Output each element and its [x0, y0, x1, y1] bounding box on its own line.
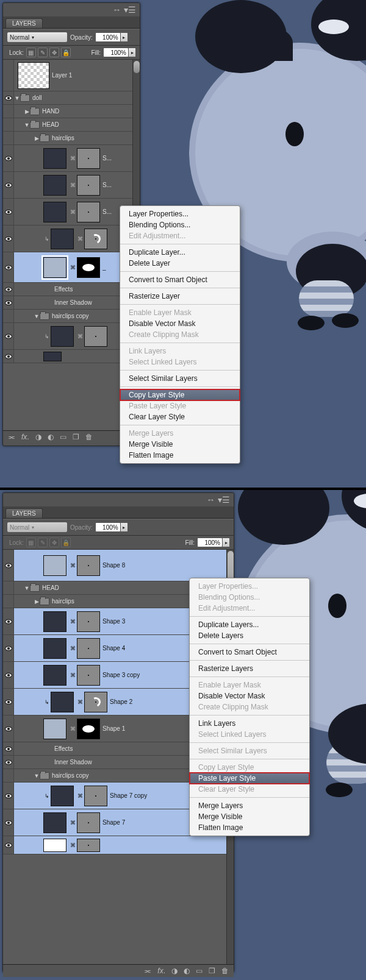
layer-thumb[interactable]	[51, 692, 74, 712]
visibility-toggle[interactable]	[3, 252, 14, 282]
layer-name[interactable]: Layer 1	[52, 72, 72, 79]
layer-name[interactable]: HEAD	[42, 121, 59, 128]
layer-name[interactable]: HAND	[42, 108, 59, 115]
visibility-toggle[interactable]	[3, 172, 14, 198]
mask-thumb[interactable]	[77, 719, 100, 739]
layer-thumb[interactable]	[51, 786, 74, 806]
menu-item-convert-smart[interactable]: Convert to Smart Object	[190, 647, 309, 658]
layer-name[interactable]: Shape 2	[110, 698, 132, 705]
visibility-toggle[interactable]	[3, 635, 14, 661]
link-layers-icon[interactable]: ⫘	[144, 967, 151, 975]
menu-item-merge-layers[interactable]: Merge Layers	[190, 800, 309, 811]
collapse-icon[interactable]: ↔	[207, 495, 215, 505]
mask-thumb[interactable]	[84, 692, 107, 712]
mask-thumb[interactable]	[77, 812, 100, 833]
mask-thumb[interactable]	[77, 175, 100, 196]
layer-name[interactable]: Shape 8	[102, 562, 125, 569]
menu-item-clear-layer-style[interactable]: Clear Layer Style	[120, 411, 240, 422]
menu-item-duplicate-layers[interactable]: Duplicate Layers...	[190, 619, 309, 630]
menu-item-delete-layers[interactable]: Delete Layers	[190, 630, 309, 641]
group-row-hairclips[interactable]: ▶ hairclips	[3, 132, 140, 145]
visibility-toggle[interactable]	[3, 283, 14, 296]
layer-name[interactable]: S...	[102, 155, 112, 162]
layer-thumb[interactable]	[43, 555, 66, 576]
layer-row[interactable]: ⌘ S...	[3, 172, 140, 199]
delete-icon[interactable]: 🗑	[221, 967, 229, 975]
visibility-toggle[interactable]	[3, 756, 14, 769]
mask-thumb[interactable]	[77, 638, 100, 659]
adjustment-icon[interactable]: ◐	[184, 967, 190, 975]
effect-name[interactable]: Inner Shadow	[54, 299, 92, 306]
layer-row-selected[interactable]: ⌘	[3, 836, 234, 854]
visibility-toggle[interactable]	[3, 145, 14, 171]
visibility-toggle[interactable]	[3, 689, 14, 715]
adjustment-icon[interactable]: ◐	[48, 433, 54, 441]
menu-item-blending-options[interactable]: Blending Options...	[120, 219, 240, 230]
group-row-doll[interactable]: ▼ doll	[3, 91, 140, 105]
lock-pixels-icon[interactable]: ✎	[38, 48, 48, 57]
layer-thumb[interactable]	[43, 665, 66, 686]
layer-name[interactable]: _	[102, 264, 106, 271]
layer-name[interactable]: Shape 7 copy	[110, 792, 147, 799]
layer-row[interactable]: Layer 1	[3, 60, 140, 91]
disclosure-icon[interactable]: ▼	[34, 313, 40, 319]
visibility-toggle[interactable]	[3, 595, 14, 608]
menu-item-select-similar[interactable]: Select Similar Layers	[120, 373, 240, 384]
visibility-toggle[interactable]	[3, 296, 14, 309]
mask-thumb[interactable]	[77, 202, 100, 222]
mask-icon[interactable]: ◑	[35, 433, 41, 441]
menu-item-delete-layer[interactable]: Delete Layer	[120, 258, 240, 269]
layers-tab[interactable]: LAYERS	[5, 508, 43, 518]
layer-name[interactable]: S...	[102, 182, 112, 188]
layer-thumb[interactable]	[43, 148, 66, 169]
mask-thumb[interactable]	[77, 257, 100, 278]
visibility-toggle[interactable]	[3, 809, 14, 836]
visibility-toggle[interactable]	[3, 581, 14, 594]
link-layers-icon[interactable]: ⫘	[8, 433, 15, 441]
visibility-toggle[interactable]	[3, 91, 14, 104]
opacity-input[interactable]: 100%	[95, 32, 121, 42]
layer-thumb[interactable]	[43, 839, 66, 852]
layer-name[interactable]: Shape 1	[102, 725, 125, 732]
menu-item-merge-visible[interactable]: Merge Visible	[120, 439, 240, 450]
visibility-toggle[interactable]	[3, 742, 14, 755]
menu-item-rasterize-layers[interactable]: Rasterize Layers	[190, 663, 309, 674]
menu-item-paste-layer-style[interactable]: Paste Layer Style	[190, 773, 309, 784]
visibility-toggle[interactable]	[3, 836, 14, 854]
layer-thumb[interactable]	[43, 812, 66, 833]
menu-item-duplicate-layer[interactable]: Duplicate Layer...	[120, 247, 240, 258]
mask-thumb[interactable]	[77, 611, 100, 632]
visibility-toggle[interactable]	[3, 132, 14, 144]
disclosure-icon[interactable]: ▶	[34, 598, 40, 605]
menu-item-convert-smart[interactable]: Convert to Smart Object	[120, 274, 240, 285]
new-layer-icon[interactable]: ❐	[73, 433, 79, 441]
visibility-toggle[interactable]	[3, 199, 14, 225]
layer-thumb[interactable]	[43, 611, 66, 632]
effects-label[interactable]: Effects	[54, 745, 73, 752]
disclosure-icon[interactable]: ▶	[34, 135, 40, 141]
mask-thumb[interactable]	[77, 555, 100, 576]
blend-mode-select[interactable]: Normal▾	[7, 32, 68, 43]
disclosure-icon[interactable]: ▶	[24, 108, 30, 115]
disclosure-icon[interactable]: ▼	[24, 585, 30, 591]
menu-item-merge-visible[interactable]: Merge Visible	[190, 811, 309, 822]
opacity-dropdown[interactable]: ▸	[121, 32, 128, 42]
mask-thumb[interactable]	[84, 326, 107, 347]
layer-name[interactable]: Shape 3	[102, 618, 125, 625]
menu-item-rasterize-layer[interactable]: Rasterize Layer	[120, 291, 240, 302]
visibility-toggle[interactable]	[3, 550, 14, 581]
fill-input[interactable]: 100%	[197, 538, 223, 547]
visibility-toggle[interactable]	[3, 310, 14, 322]
visibility-toggle[interactable]	[3, 350, 14, 363]
visibility-toggle[interactable]	[3, 783, 14, 809]
fx-icon[interactable]: fx.	[157, 967, 165, 975]
visibility-toggle[interactable]	[3, 105, 14, 118]
menu-item-flatten-image[interactable]: Flatten Image	[190, 822, 309, 833]
fx-icon[interactable]: fx.	[21, 433, 29, 441]
mask-thumb[interactable]	[77, 148, 100, 169]
group-icon[interactable]: ▭	[60, 433, 66, 441]
visibility-toggle[interactable]	[3, 662, 14, 688]
group-icon[interactable]: ▭	[196, 967, 203, 975]
disclosure-icon[interactable]: ▼	[34, 773, 40, 779]
layer-name[interactable]: hairclips copy	[52, 772, 89, 779]
